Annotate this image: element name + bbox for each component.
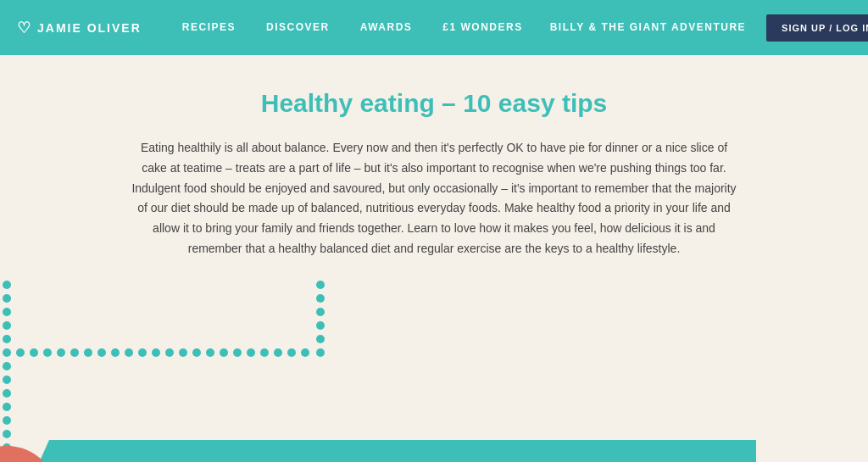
svg-point-39 <box>3 403 11 411</box>
svg-point-22 <box>220 348 228 357</box>
main-nav: ♡ JAMIE OLIVER RECIPES DISCOVER AWARDS £… <box>0 0 868 55</box>
heart-icon: ♡ <box>17 19 32 37</box>
svg-point-28 <box>301 348 309 357</box>
nav-recipes[interactable]: RECIPES <box>167 21 251 33</box>
svg-point-18 <box>165 348 174 357</box>
svg-point-10 <box>57 348 65 357</box>
svg-point-27 <box>287 348 296 357</box>
svg-point-26 <box>274 348 282 357</box>
svg-point-20 <box>192 348 201 357</box>
svg-point-3 <box>3 294 11 303</box>
svg-point-33 <box>316 335 325 343</box>
svg-point-19 <box>179 348 187 357</box>
svg-point-2 <box>3 281 11 289</box>
svg-point-24 <box>247 348 255 357</box>
svg-point-25 <box>260 348 269 357</box>
nav-adventure[interactable]: BILLY & THE GIANT ADVENTURE <box>538 21 758 33</box>
svg-point-4 <box>3 308 11 316</box>
site-logo[interactable]: ♡ JAMIE OLIVER <box>17 19 142 37</box>
main-content: Healthy eating – 10 easy tips Eating hea… <box>112 55 756 259</box>
svg-point-31 <box>316 308 325 316</box>
nav-links: RECIPES DISCOVER AWARDS £1 WONDERS BILLY… <box>167 21 758 33</box>
svg-point-30 <box>316 294 325 303</box>
svg-point-7 <box>16 348 25 357</box>
svg-point-9 <box>43 348 52 357</box>
nav-wonders[interactable]: £1 WONDERS <box>427 21 537 33</box>
logo-text: JAMIE OLIVER <box>37 21 142 35</box>
svg-point-23 <box>233 348 242 357</box>
svg-point-32 <box>316 321 325 330</box>
svg-point-29 <box>316 281 325 289</box>
svg-point-6 <box>3 335 11 343</box>
nav-awards[interactable]: AWARDS <box>345 21 428 33</box>
svg-point-15 <box>125 348 133 357</box>
svg-point-21 <box>206 348 214 357</box>
svg-point-14 <box>111 348 120 357</box>
svg-point-12 <box>84 348 92 357</box>
svg-point-16 <box>138 348 147 357</box>
dotted-path-section <box>0 276 756 462</box>
svg-point-11 <box>70 348 79 357</box>
svg-point-13 <box>97 348 106 357</box>
signin-button[interactable]: SIGN UP / LOG IN <box>766 14 868 42</box>
svg-point-38 <box>3 389 11 398</box>
nav-discover[interactable]: DISCOVER <box>251 21 345 33</box>
breakfast-card: HAVE BREAKFAST A nutritious breakfast se… <box>24 440 756 462</box>
svg-point-5 <box>3 321 11 330</box>
svg-point-40 <box>3 416 11 425</box>
breakfast-section: HAVE BREAKFAST A nutritious breakfast se… <box>0 437 756 462</box>
svg-point-37 <box>3 376 11 384</box>
intro-paragraph: Eating healthily is all about balance. E… <box>129 138 739 259</box>
page-title: Healthy eating – 10 easy tips <box>129 89 739 118</box>
svg-point-35 <box>3 348 11 357</box>
svg-point-8 <box>30 348 38 357</box>
svg-point-17 <box>152 348 160 357</box>
svg-point-36 <box>3 362 11 370</box>
svg-point-34 <box>316 348 325 357</box>
path-svg <box>0 276 756 462</box>
